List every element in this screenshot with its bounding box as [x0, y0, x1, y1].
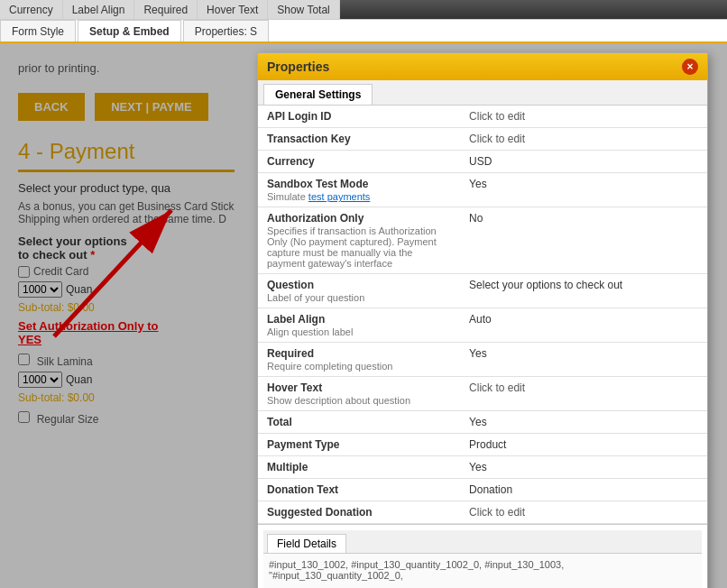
prop-label-cell-7: RequiredRequire completing question — [258, 343, 460, 377]
prop-value-cell-13[interactable]: Click to edit — [460, 501, 707, 524]
prop-label-10: Payment Type — [267, 438, 451, 451]
prop-label-cell-5: QuestionLabel of your question — [258, 274, 460, 308]
field-details-content: #input_130_1002, #input_130_quantity_100… — [263, 554, 702, 588]
nav-properties-s[interactable]: Properties: S — [183, 20, 269, 41]
nav-hover-text[interactable]: Hover Text — [198, 0, 268, 19]
dialog-close-button[interactable]: × — [682, 59, 698, 75]
property-row-8: Hover TextShow description about questio… — [258, 377, 707, 411]
prop-label-cell-1: Transaction Key — [258, 128, 460, 151]
prop-label-5: Question — [267, 279, 451, 291]
prop-label-cell-12: Donation Text — [258, 479, 460, 501]
prop-label-4: Authorization Only — [267, 212, 451, 225]
property-row-4: Authorization OnlySpecifies if transacti… — [258, 207, 707, 274]
dialog-title-bar: Properties × — [258, 53, 707, 80]
prop-sublabel-5: Label of your question — [267, 292, 451, 303]
prop-value-cell-1[interactable]: Click to edit — [460, 128, 707, 151]
prop-label-7: Required — [267, 347, 451, 360]
prop-label-cell-3: Sandbox Test ModeSimulate test payments — [258, 173, 460, 207]
prop-label-cell-0: API Login ID — [258, 106, 460, 128]
prop-value-10: Product — [469, 438, 506, 451]
prop-label-cell-6: Label AlignAlign question label — [258, 308, 460, 343]
property-row-13: Suggested DonationClick to edit — [258, 501, 707, 524]
property-row-3: Sandbox Test ModeSimulate test paymentsY… — [258, 173, 707, 207]
prop-label-12: Donation Text — [267, 483, 451, 496]
prop-value-8[interactable]: Click to edit — [469, 381, 525, 394]
prop-sublabel-6: Align question label — [267, 326, 451, 337]
property-row-6: Label AlignAlign question labelAuto — [258, 308, 707, 343]
nav-form-style[interactable]: Form Style — [0, 20, 76, 41]
prop-label-11: Multiple — [267, 461, 451, 473]
prop-label-1: Transaction Key — [267, 133, 451, 145]
property-row-10: Payment TypeProduct — [258, 434, 707, 456]
dialog-tabs: General Settings — [258, 80, 707, 106]
properties-table: API Login IDClick to editTransaction Key… — [258, 106, 707, 524]
property-row-9: TotalYes — [258, 411, 707, 434]
prop-sublabel-8: Show description about question — [267, 395, 451, 406]
prop-value-cell-3: Yes — [460, 173, 707, 207]
prop-label-cell-9: Total — [258, 411, 460, 434]
dialog-title: Properties — [267, 60, 329, 74]
prop-label-0: API Login ID — [267, 110, 451, 123]
prop-value-12: Donation — [469, 483, 512, 496]
prop-value-5: Select your options to check out — [469, 279, 622, 291]
prop-value-cell-11: Yes — [460, 456, 707, 479]
prop-value-11: Yes — [469, 461, 487, 473]
prop-label-13: Suggested Donation — [267, 506, 451, 519]
prop-value-cell-10: Product — [460, 434, 707, 456]
property-row-12: Donation TextDonation — [258, 479, 707, 501]
top-nav: Currency Label Align Required Hover Text… — [0, 0, 727, 20]
prop-label-2: Currency — [267, 155, 451, 168]
property-row-11: MultipleYes — [258, 456, 707, 479]
prop-label-cell-10: Payment Type — [258, 434, 460, 456]
main-content: prior to printing. BACK NEXT | PAYME 4 -… — [0, 43, 727, 588]
nav-required[interactable]: Required — [134, 0, 198, 19]
property-row-5: QuestionLabel of your questionSelect you… — [258, 274, 707, 308]
prop-value-cell-2: USD — [460, 151, 707, 173]
prop-value-0[interactable]: Click to edit — [469, 110, 525, 123]
prop-sublabel-7: Require completing question — [267, 361, 451, 372]
prop-value-cell-9: Yes — [460, 411, 707, 434]
prop-value-cell-0[interactable]: Click to edit — [460, 106, 707, 128]
prop-label-9: Total — [267, 416, 451, 428]
prop-label-cell-8: Hover TextShow description about questio… — [258, 377, 460, 411]
prop-value-7: Yes — [469, 347, 487, 360]
prop-label-cell-2: Currency — [258, 151, 460, 173]
property-row-0: API Login IDClick to edit — [258, 106, 707, 128]
nav-show-total[interactable]: Show Total — [268, 0, 339, 19]
prop-sublabel-4: Specifies if transaction is Authorizatio… — [267, 225, 451, 269]
second-nav: Form Style Setup & Embed Properties: S — [0, 20, 727, 43]
prop-sublabel-3: Simulate test payments — [267, 191, 451, 202]
prop-label-8: Hover Text — [267, 381, 451, 394]
prop-label-6: Label Align — [267, 313, 451, 326]
prop-value-cell-8[interactable]: Click to edit — [460, 377, 707, 411]
prop-value-1[interactable]: Click to edit — [469, 133, 525, 145]
prop-value-2: USD — [469, 155, 492, 168]
prop-label-cell-13: Suggested Donation — [258, 501, 460, 524]
nav-label-align[interactable]: Label Align — [63, 0, 135, 19]
prop-value-cell-4: No — [460, 207, 707, 274]
prop-label-3: Sandbox Test Mode — [267, 178, 451, 190]
field-details-section: Field Details #input_130_1002, #input_13… — [258, 524, 707, 588]
prop-value-6: Auto — [469, 313, 492, 326]
property-row-1: Transaction KeyClick to edit — [258, 128, 707, 151]
property-row-2: CurrencyUSD — [258, 151, 707, 173]
prop-label-cell-11: Multiple — [258, 456, 460, 479]
property-row-7: RequiredRequire completing questionYes — [258, 343, 707, 377]
tab-general-settings[interactable]: General Settings — [263, 84, 373, 105]
prop-label-cell-4: Authorization OnlySpecifies if transacti… — [258, 207, 460, 274]
prop-value-4: No — [469, 212, 483, 225]
tab-field-details[interactable]: Field Details — [267, 534, 346, 553]
prop-value-cell-7: Yes — [460, 343, 707, 377]
prop-value-9: Yes — [469, 416, 487, 428]
nav-currency[interactable]: Currency — [0, 0, 63, 19]
prop-value-cell-5: Select your options to check out — [460, 274, 707, 308]
nav-setup-embed[interactable]: Setup & Embed — [78, 20, 181, 41]
prop-value-13[interactable]: Click to edit — [469, 506, 525, 519]
dialog-body: General Settings API Login IDClick to ed… — [258, 80, 707, 588]
test-payments-link[interactable]: test payments — [308, 191, 370, 202]
prop-value-cell-12: Donation — [460, 479, 707, 501]
prop-value-cell-6: Auto — [460, 308, 707, 343]
field-details-tabs: Field Details — [263, 530, 702, 554]
prop-value-3: Yes — [469, 178, 487, 190]
properties-dialog: Properties × General Settings API Login … — [257, 52, 708, 588]
